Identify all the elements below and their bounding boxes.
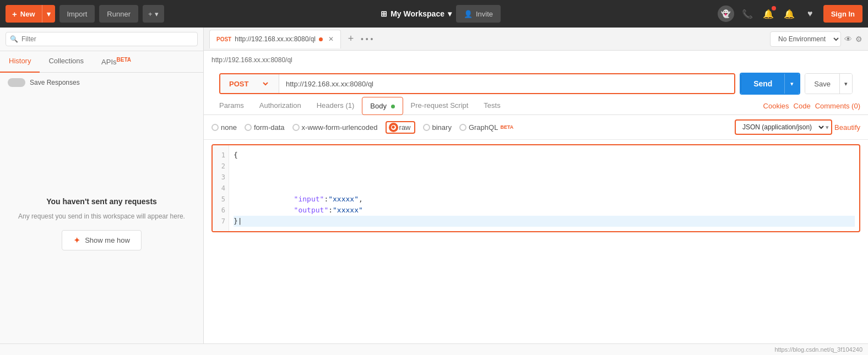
gear-icon: ⚙ [855, 35, 862, 43]
tab-params[interactable]: Params [211, 97, 252, 115]
import-button[interactable]: Import [59, 5, 95, 23]
line-numbers: 1 2 3 4 5 6 7 [213, 145, 229, 231]
invite-button[interactable]: 👤 Invite [456, 5, 501, 23]
save-responses-toggle[interactable] [8, 78, 25, 87]
url-breadcrumb: http://192.168.xx.xx:8080/ql [211, 56, 860, 64]
code-line-2 [234, 161, 855, 172]
request-tab-active[interactable]: POST http://192.168.xx.xx:8080/ql ✕ [209, 30, 341, 48]
tab-close-icon[interactable]: ✕ [328, 35, 334, 43]
url-input[interactable] [279, 74, 734, 94]
format-chevron-icon: ▾ [826, 124, 829, 131]
sidebar-tab-apis[interactable]: APIsBETA [93, 51, 140, 73]
code-line-7: }| [234, 216, 855, 227]
save-button[interactable]: Save [805, 74, 839, 94]
empty-title: You haven't sent any requests [46, 197, 157, 206]
topnav-center: ⊞ My Workspace ▾ 👤 Invite [169, 5, 713, 23]
request-tab-bar: POST http://192.168.xx.xx:8080/ql ✕ + • … [204, 28, 868, 51]
save-responses-toggle-row: Save Responses [0, 73, 203, 92]
top-navigation: + New ▾ Import Runner + ▾ ⊞ My Workspace… [0, 0, 868, 28]
search-icon: 🔍 [10, 35, 18, 43]
new-button-arrow[interactable]: ▾ [42, 5, 55, 23]
body-format-area: JSON (application/json) ▾ Beautify [735, 119, 860, 135]
ghost-icon-button[interactable]: 👻 [718, 6, 734, 22]
cookies-link[interactable]: Cookies [763, 102, 789, 110]
notification-icon-button[interactable]: 🔔 [761, 6, 776, 21]
plus-icon: + [148, 10, 153, 18]
workspace-button[interactable]: ⊞ My Workspace ▾ [381, 9, 452, 18]
radio-x-www [292, 124, 300, 131]
code-line-4: "input":"xxxxx", [234, 183, 855, 194]
radio-graphql [459, 124, 466, 131]
runner-button[interactable]: Runner [99, 5, 138, 23]
tab-headers[interactable]: Headers (1) [309, 97, 362, 115]
sidebar-empty-state: You haven't sent any requests Any reques… [0, 92, 203, 355]
new-button[interactable]: + New ▾ [6, 5, 55, 23]
ghost-icon: 👻 [721, 9, 730, 18]
option-none[interactable]: none [211, 123, 237, 132]
option-raw[interactable]: raw [386, 121, 415, 134]
more-tabs-button[interactable]: • • • [361, 35, 373, 43]
line-num-3: 3 [216, 172, 225, 183]
sidebar-tab-history[interactable]: History [0, 51, 40, 73]
code-content[interactable]: { "input":"xxxxx", "output":"xxxxx" }| [229, 145, 859, 231]
line-num-5: 5 [216, 194, 225, 205]
tab-authorization[interactable]: Authorization [252, 97, 309, 115]
show-me-label: Show me how [85, 236, 130, 244]
sidebar-filter-area: 🔍 [0, 28, 203, 51]
phone-icon-button[interactable]: 📞 [740, 6, 755, 21]
tab-modified-dot [319, 37, 323, 41]
sidebar-tab-collections[interactable]: Collections [40, 51, 93, 73]
line-num-7: 7 [216, 216, 225, 227]
sidebar: 🔍 History Collections APIsBETA Save Resp… [0, 28, 204, 355]
option-graphql[interactable]: GraphQLBETA [459, 123, 513, 132]
save-responses-label: Save Responses [30, 79, 80, 86]
tab-pre-request[interactable]: Pre-request Script [403, 97, 476, 115]
heart-icon-button[interactable]: ♥ [802, 6, 818, 21]
tab-tests[interactable]: Tests [476, 97, 508, 115]
option-x-www[interactable]: x-www-form-urlencoded [292, 123, 378, 132]
option-form-data[interactable]: form-data [245, 123, 285, 132]
workspace-label: My Workspace [390, 9, 444, 18]
request-area: POST http://192.168.xx.xx:8080/ql ✕ + • … [204, 28, 868, 355]
url-bar-grid: POST GET PUT DELETE PATCH Send ▾ [211, 68, 860, 95]
code-link[interactable]: Code [794, 102, 811, 110]
add-tab-button[interactable]: + [343, 31, 359, 47]
body-type-options: none form-data x-www-form-urlencoded raw… [204, 115, 868, 140]
main-layout: 🔍 History Collections APIsBETA Save Resp… [0, 28, 868, 355]
environment-select-area: No Environment 👁 ⚙ [770, 31, 862, 47]
beta-badge: BETA [117, 57, 131, 63]
url-bar-section: http://192.168.xx.xx:8080/ql POST GET PU… [204, 51, 868, 95]
save-arrow-button[interactable]: ▾ [839, 74, 852, 94]
line-num-2: 2 [216, 161, 225, 172]
tab-body[interactable]: Body [362, 97, 403, 115]
send-arrow-button[interactable]: ▾ [784, 74, 799, 94]
url-input-group: POST GET PUT DELETE PATCH [219, 73, 735, 94]
settings-button[interactable]: ⚙ [855, 35, 862, 43]
chevron-icon: ▾ [155, 10, 159, 18]
sign-in-button[interactable]: Sign In [823, 5, 862, 23]
save-button-group: Save ▾ [805, 73, 853, 94]
person-icon: 👤 [464, 10, 473, 18]
eye-icon: 👁 [844, 35, 852, 43]
empty-description: Any request you send in this workspace w… [18, 211, 185, 221]
code-line-1: { [234, 150, 855, 161]
code-editor[interactable]: 1 2 3 4 5 6 7 { "input":"xxxxx", "output… [211, 144, 860, 232]
filter-input[interactable] [6, 32, 198, 46]
comments-link[interactable]: Comments (0) [815, 102, 860, 110]
new-button-label: New [20, 10, 35, 18]
environment-select[interactable]: No Environment [770, 31, 841, 47]
option-binary[interactable]: binary [423, 123, 452, 132]
send-button[interactable]: Send [741, 74, 784, 94]
line-num-4: 4 [216, 183, 225, 194]
extra-button[interactable]: + ▾ [143, 5, 164, 23]
line-num-6: 6 [216, 205, 225, 216]
body-modified-dot [391, 105, 395, 108]
method-select[interactable]: POST GET PUT DELETE PATCH [220, 74, 270, 94]
beautify-button[interactable]: Beautify [834, 123, 860, 132]
sidebar-tabs: History Collections APIsBETA [0, 51, 203, 73]
eye-button[interactable]: 👁 [844, 35, 852, 43]
show-me-how-button[interactable]: ✦ Show me how [62, 230, 142, 250]
alert-icon-button[interactable]: 🔔 [782, 6, 797, 21]
format-select[interactable]: JSON (application/json) [736, 121, 826, 134]
radio-binary [423, 124, 430, 131]
